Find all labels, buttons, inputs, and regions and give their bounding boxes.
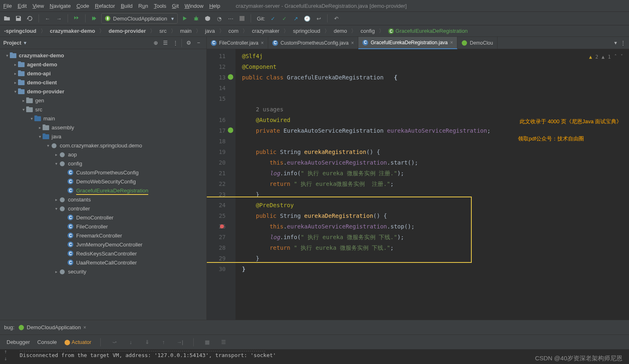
breadcrumb-item[interactable]: C GracefulEurekaDeRegistration (386, 27, 470, 35)
tab-actuator[interactable]: ⬤ Actuator (64, 339, 91, 345)
tree-item[interactable]: ▾main (0, 114, 206, 123)
code-line[interactable]: } (242, 253, 629, 264)
code-line[interactable]: this.eurekaAutoServiceRegistration.stop(… (242, 221, 629, 232)
menu-file[interactable]: File (3, 3, 12, 9)
debug-run-tab[interactable]: DemoCloudApplication × (18, 324, 86, 330)
menu-tools[interactable]: Tools (154, 3, 166, 9)
tab-console[interactable]: Console (37, 339, 57, 345)
stop-button[interactable] (238, 14, 247, 23)
git-rollback-icon[interactable]: ↩ (314, 14, 323, 23)
breadcrumb-item[interactable]: main (178, 27, 194, 35)
breadcrumb-item[interactable]: springcloud (290, 27, 323, 35)
breadcrumb-item[interactable]: demo (331, 27, 350, 35)
code-line[interactable]: } (242, 264, 629, 274)
breadcrumb-item[interactable]: demo-provider (106, 27, 148, 35)
git-history-icon[interactable]: 🕘 (303, 14, 312, 23)
breadcrumb-item[interactable]: crazymaker (249, 27, 282, 35)
code-line[interactable] (242, 93, 629, 104)
code-line[interactable]: 2 usages (242, 104, 629, 115)
expand-all-icon[interactable]: ☰ (161, 38, 170, 47)
menu-build[interactable]: Build (121, 3, 133, 9)
menu-help[interactable]: Help (209, 3, 220, 9)
code-line[interactable]: this.eurekaAutoServiceRegistration.start… (242, 157, 629, 168)
tree-item[interactable]: CJvmMemoryDemoController (0, 240, 206, 249)
code-line[interactable]: log.info(" 执行 eureka 微服务实例 注册."); (242, 168, 629, 179)
menu-code[interactable]: Code (77, 3, 89, 9)
run-to-cursor-icon[interactable]: →| (175, 338, 184, 347)
editor-tab[interactable]: DemoClou (457, 37, 498, 49)
close-icon[interactable]: × (450, 40, 453, 45)
chevron-down-icon[interactable]: ˇ (620, 52, 623, 62)
git-push-icon[interactable]: ↗ (291, 14, 300, 23)
code-line[interactable]: public String eurekaRegistration() { (242, 147, 629, 157)
scroll-down-icon[interactable]: ↓ (4, 355, 7, 362)
tree-item[interactable]: CDemoController (0, 213, 206, 222)
step-out-icon[interactable]: ↑ (159, 338, 168, 347)
save-icon[interactable] (14, 14, 23, 23)
evaluate-icon[interactable]: ▦ (203, 338, 212, 347)
code-line[interactable]: public String eurekaDeRegistration() { (242, 210, 629, 221)
breadcrumb-item[interactable]: config (358, 27, 377, 35)
tree-item[interactable]: CFreemarkController (0, 231, 206, 240)
tree-item[interactable]: ▸aop (0, 150, 206, 159)
code-line[interactable]: public class GracefulEurekaDeRegistratio… (242, 72, 629, 83)
debug-button[interactable] (192, 14, 201, 23)
project-tree[interactable]: ▾crazymaker-demo▸agent-demo▸demo-api▸dem… (0, 49, 206, 320)
menu-view[interactable]: View (32, 3, 44, 9)
menu-git[interactable]: Git (172, 3, 179, 9)
coverage-icon[interactable] (203, 14, 212, 23)
refresh-icon[interactable] (25, 14, 34, 23)
back-icon[interactable]: ← (43, 14, 52, 23)
undo-icon[interactable]: ↶ (332, 14, 341, 23)
profile-icon[interactable]: ◔ (215, 14, 224, 23)
code-line[interactable] (242, 83, 629, 93)
more-icon[interactable]: ⋮ (620, 40, 626, 46)
tree-item[interactable]: CDemoWebSecurityConfig (0, 177, 206, 186)
code-line[interactable]: @Component (242, 61, 629, 72)
editor-tab[interactable]: CGracefulEurekaDeRegistration.java× (358, 37, 457, 49)
menu-edit[interactable]: Edit (18, 3, 27, 9)
tree-item[interactable]: ▾src (0, 105, 206, 114)
close-icon[interactable]: × (261, 40, 264, 46)
tree-item[interactable]: ▸assembly (0, 123, 206, 132)
build-icon[interactable] (72, 14, 81, 23)
tree-item[interactable]: ▾crazymaker-demo (0, 51, 206, 60)
step-into-icon[interactable]: ↓ (126, 338, 135, 347)
forward-icon[interactable]: → (54, 14, 63, 23)
editor-tab[interactable]: CFileController.java× (207, 37, 268, 49)
tree-item[interactable]: CFileController (0, 222, 206, 231)
tree-item[interactable]: CGracefulEurekaDeRegistration (0, 186, 206, 195)
tree-item[interactable]: CUaaRemoteCallController (0, 258, 206, 267)
open-icon[interactable] (2, 14, 11, 23)
rebuild-icon[interactable] (90, 14, 99, 23)
editor-tab[interactable]: CCustomPrometheusConfig.java× (268, 37, 358, 49)
tree-item[interactable]: ▸demo-client (0, 78, 206, 87)
chevron-down-icon[interactable]: ▾ (24, 40, 27, 46)
breadcrumb-item[interactable]: -springcloud (2, 27, 39, 35)
menu-run[interactable]: Run (138, 3, 148, 9)
run-config-select[interactable]: DemoCloudApplication ▾ (101, 13, 178, 24)
close-icon[interactable]: × (84, 325, 86, 330)
tree-item[interactable]: ▸agent-demo (0, 60, 206, 69)
code-line[interactable]: @Slf4j (242, 51, 629, 61)
chevron-up-icon[interactable]: ˆ (614, 52, 617, 62)
close-icon[interactable]: × (351, 40, 354, 46)
tab-debugger[interactable]: Debugger (7, 339, 30, 345)
tree-item[interactable]: ▾config (0, 159, 206, 168)
code-line[interactable]: } (242, 189, 629, 200)
menu-refactor[interactable]: Refactor (95, 3, 115, 9)
tree-item[interactable]: ▸demo-api (0, 69, 206, 78)
project-panel-title[interactable]: Project (3, 40, 21, 46)
trace-icon[interactable]: ☰ (219, 338, 228, 347)
console-output[interactable]: ↑ ↓ Disconnected from the target VM, add… (0, 349, 629, 364)
tree-item[interactable]: ▸security (0, 267, 206, 276)
gutter[interactable]: 1112131415161718192021222324252627282930 (207, 49, 235, 320)
git-update-icon[interactable]: ✓ (268, 14, 277, 23)
breadcrumb-item[interactable]: java (203, 27, 217, 35)
tree-item[interactable]: ▾controller (0, 204, 206, 213)
breadcrumb-item[interactable]: com (226, 27, 241, 35)
code-editor[interactable]: 1112131415161718192021222324252627282930… (207, 49, 629, 320)
gear-icon[interactable]: ⚙ (184, 38, 193, 47)
select-opened-file-icon[interactable]: ⊕ (151, 38, 160, 47)
tree-item[interactable]: ▾java (0, 132, 206, 141)
